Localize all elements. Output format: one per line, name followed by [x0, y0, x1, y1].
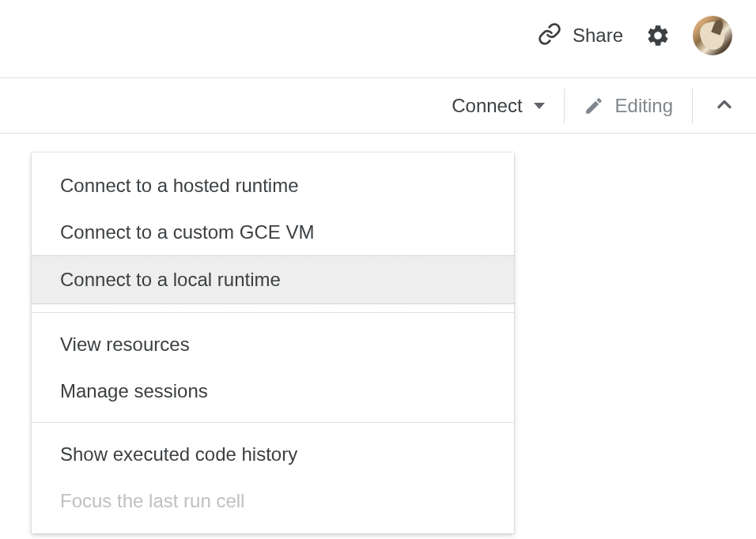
menu-item-view-resources[interactable]: View resources	[32, 321, 514, 368]
menu-item-manage-sessions[interactable]: Manage sessions	[32, 368, 514, 414]
menu-item-focus-last-cell: Focus the last run cell	[32, 477, 514, 524]
pencil-icon	[584, 96, 604, 116]
menu-item-custom-gce-vm[interactable]: Connect to a custom GCE VM	[32, 209, 514, 255]
user-avatar[interactable]	[693, 16, 732, 55]
dropdown-triangle-icon	[534, 103, 545, 109]
toolbar: Connect Editing	[0, 78, 756, 134]
connect-label: Connect	[452, 95, 522, 117]
menu-item-local-runtime[interactable]: Connect to a local runtime	[32, 255, 514, 303]
editing-mode-button[interactable]: Editing	[565, 89, 692, 123]
menu-separator	[32, 422, 514, 423]
share-label: Share	[573, 24, 623, 47]
share-button[interactable]: Share	[538, 22, 623, 49]
menu-item-hosted-runtime[interactable]: Connect to a hosted runtime	[32, 162, 514, 209]
menu-separator	[32, 312, 514, 313]
connect-dropdown-menu: Connect to a hosted runtime Connect to a…	[32, 153, 514, 533]
menu-item-code-history[interactable]: Show executed code history	[32, 431, 514, 477]
link-icon	[538, 22, 561, 49]
chevron-up-icon	[713, 93, 735, 115]
header-bar: Share	[0, 0, 756, 77]
editing-label: Editing	[615, 95, 673, 117]
settings-button[interactable]	[645, 23, 671, 48]
collapse-button[interactable]	[693, 93, 756, 119]
connect-button[interactable]: Connect	[433, 89, 563, 123]
